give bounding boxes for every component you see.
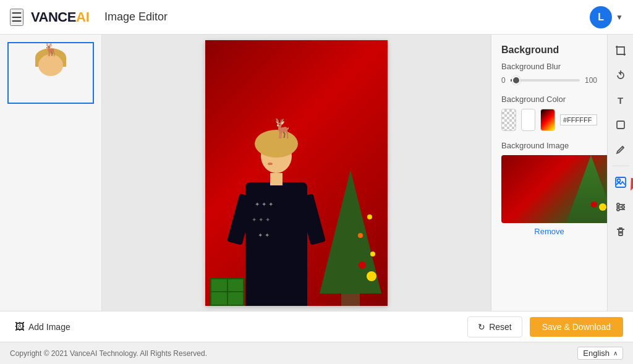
- text-tool-button[interactable]: T: [610, 89, 632, 111]
- slider-thumb[interactable]: [512, 76, 520, 85]
- blur-slider-row: 0 100: [501, 76, 597, 85]
- bottom-bar: 🖼 Add Image ↻ Reset Save & Download: [0, 311, 633, 342]
- language-chevron-icon: ∧: [613, 350, 618, 357]
- color-label: Background Color: [501, 95, 597, 104]
- add-image-button[interactable]: 🖼 Add Image: [10, 318, 75, 336]
- page-title: Image Editor: [104, 11, 168, 23]
- adjust-tool-button[interactable]: [610, 196, 632, 218]
- logo-ai-text: AI: [76, 9, 90, 25]
- right-panel: Background Background Blur 0 100 Backgro…: [491, 35, 633, 311]
- main-image-canvas: ✦ ✦ ✦ ✦ ✦ ✦ ✦ ✦ 🦌: [205, 40, 388, 306]
- language-selector[interactable]: English ∧: [577, 347, 623, 360]
- tools-content: Background Background Blur 0 100 Backgro…: [491, 35, 607, 311]
- left-panel: 🦌: [0, 35, 102, 311]
- svg-point-4: [622, 206, 624, 208]
- user-avatar[interactable]: L: [590, 6, 612, 28]
- menu-icon[interactable]: ☰: [10, 9, 23, 26]
- background-image-preview[interactable]: [501, 155, 607, 223]
- avatar-chevron-icon[interactable]: ▼: [616, 13, 623, 22]
- image-label: Background Image: [501, 141, 597, 150]
- shape-tool-button[interactable]: [610, 114, 632, 136]
- copyright-text: Copyright © 2021 VanceAI Technology. All…: [10, 349, 207, 358]
- svg-rect-0: [617, 121, 624, 129]
- main-image: ✦ ✦ ✦ ✦ ✦ ✦ ✦ ✦ 🦌: [205, 40, 388, 306]
- delete-tool-button[interactable]: [610, 221, 632, 243]
- bg-ornament: [599, 203, 606, 211]
- svg-rect-2: [616, 177, 626, 187]
- tool-divider: [612, 166, 629, 166]
- svg-point-5: [617, 208, 619, 211]
- reset-button[interactable]: ↻ Reset: [467, 316, 522, 337]
- add-image-icon: 🖼: [15, 321, 25, 332]
- tools-sidebar: T: [607, 35, 633, 311]
- bg-tree: [566, 155, 607, 223]
- remove-button[interactable]: Remove: [501, 227, 597, 236]
- background-tool-button[interactable]: [610, 171, 632, 193]
- transparent-swatch[interactable]: [501, 109, 516, 131]
- slider-max-label: 100: [585, 76, 597, 85]
- white-swatch[interactable]: [521, 109, 536, 131]
- reset-label: Reset: [489, 322, 512, 332]
- save-download-button[interactable]: Save & Download: [530, 317, 623, 337]
- main-content: 🦌: [0, 35, 633, 311]
- crop-tool-button[interactable]: [610, 40, 632, 62]
- logo-vance-text: VANCE: [31, 9, 76, 25]
- gradient-swatch[interactable]: [540, 109, 555, 131]
- color-hex-input[interactable]: [560, 114, 597, 125]
- slider-min-label: 0: [501, 76, 506, 85]
- rotate-tool-button[interactable]: [610, 64, 632, 87]
- blur-slider-track[interactable]: [511, 79, 580, 82]
- add-image-label: Add Image: [28, 322, 70, 332]
- svg-point-3: [617, 203, 619, 206]
- draw-tool-button[interactable]: [610, 138, 632, 161]
- color-row: [501, 109, 597, 131]
- section-title: Background: [501, 44, 597, 56]
- canvas-area: ✦ ✦ ✦ ✦ ✦ ✦ ✦ ✦ 🦌: [102, 35, 491, 311]
- header: ☰ VANCEAI Image Editor L ▼: [0, 0, 633, 35]
- reset-icon: ↻: [478, 322, 485, 332]
- blur-label: Background Blur: [501, 62, 597, 71]
- background-image-section: Background Image Remove: [501, 141, 597, 236]
- thumbnail[interactable]: 🦌: [7, 42, 94, 104]
- language-label: English: [583, 349, 610, 358]
- background-section: Background Background Blur 0 100 Backgro…: [501, 44, 597, 236]
- footer: Copyright © 2021 VanceAI Technology. All…: [0, 342, 633, 364]
- logo: VANCEAI: [31, 9, 90, 25]
